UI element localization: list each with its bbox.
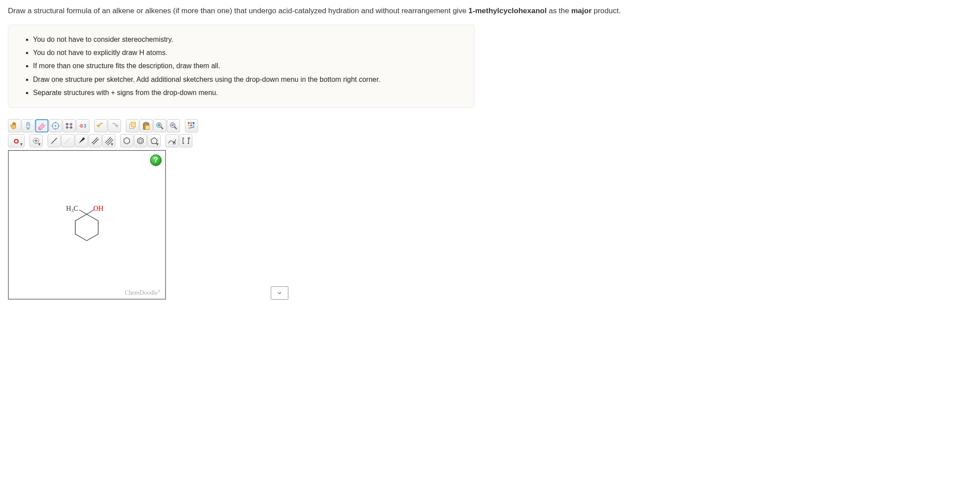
- add-sketcher-dropdown[interactable]: [271, 286, 288, 300]
- svg-rect-18: [190, 122, 192, 124]
- svg-marker-24: [124, 138, 130, 144]
- help-button[interactable]: ?: [150, 154, 162, 166]
- triple-bond-button[interactable]: ▼: [102, 134, 115, 147]
- svg-rect-20: [188, 125, 190, 127]
- atom-label-text: O: [14, 137, 19, 145]
- recessed-bond-button[interactable]: [61, 134, 74, 147]
- center-tool-button[interactable]: [49, 119, 62, 132]
- svg-text:±: ±: [188, 136, 190, 140]
- chevron-down-icon: ▼: [19, 142, 23, 146]
- sketcher-editor: ·83 O▼ ▼ ▼ ▼ n: [8, 118, 298, 300]
- toolbar: ·83 O▼ ▼ ▼ ▼ n: [8, 118, 298, 148]
- svg-rect-14: [145, 126, 149, 130]
- undo-button[interactable]: [94, 119, 107, 132]
- clean-tool-button[interactable]: [63, 119, 76, 132]
- color-tool-button[interactable]: [185, 119, 198, 132]
- svg-text:n: n: [173, 140, 176, 146]
- question-text: Draw a structural formula of an alkene o…: [8, 5, 972, 17]
- chevron-down-icon: ▼: [37, 142, 41, 146]
- svg-rect-22: [193, 125, 195, 127]
- paste-button[interactable]: [140, 119, 153, 132]
- question-suffix: product.: [592, 7, 621, 15]
- sketcher-canvas[interactable]: ? H3C OH ChemDoodle®: [8, 150, 166, 300]
- molecule-drawing[interactable]: H3C OH: [57, 204, 119, 254]
- flip-tool-button[interactable]: ·83: [76, 119, 89, 132]
- svg-rect-21: [190, 125, 192, 127]
- chevron-down-icon: ▼: [110, 142, 114, 146]
- atom-label-button[interactable]: O▼: [8, 134, 25, 147]
- svg-text:·8: ·8: [79, 123, 83, 128]
- svg-rect-11: [131, 122, 135, 127]
- cyclohexane-button[interactable]: [120, 134, 133, 147]
- svg-rect-17: [188, 122, 190, 124]
- clear-tool-button[interactable]: [22, 119, 35, 132]
- question-bold-2: major: [571, 7, 591, 15]
- instruction-item: If more than one structure fits the desc…: [33, 59, 462, 73]
- benzene-button[interactable]: [134, 134, 147, 147]
- instructions-panel: You do not have to consider stereochemis…: [8, 25, 475, 108]
- instruction-item: Separate structures with + signs from th…: [33, 86, 462, 99]
- help-icon: ?: [154, 156, 158, 164]
- svg-rect-1: [27, 123, 29, 126]
- methyl-label: H3C: [66, 205, 78, 213]
- double-bond-button[interactable]: [88, 134, 102, 147]
- charge-tool-button[interactable]: ▼: [29, 134, 43, 147]
- single-bond-button[interactable]: [48, 134, 61, 147]
- chemdoodle-branding: ChemDoodle®: [125, 289, 161, 297]
- chevron-down-icon: [276, 290, 283, 296]
- zoom-out-button[interactable]: [167, 119, 180, 132]
- instruction-item: You do not have to explicitly draw H ato…: [33, 46, 462, 59]
- svg-point-26: [139, 139, 142, 143]
- chevron-down-icon: ▼: [155, 142, 159, 146]
- svg-rect-13: [144, 122, 147, 124]
- wedge-bond-button[interactable]: [75, 134, 88, 147]
- svg-rect-19: [193, 122, 195, 124]
- zoom-in-button[interactable]: [153, 119, 166, 132]
- move-tool-button[interactable]: [8, 119, 21, 132]
- svg-marker-25: [138, 138, 144, 144]
- chain-tool-button[interactable]: n: [166, 134, 179, 147]
- svg-point-3: [55, 125, 56, 127]
- ring-button[interactable]: ▼: [147, 134, 161, 147]
- bracket-tool-button[interactable]: ±: [179, 134, 192, 147]
- redo-button[interactable]: [108, 119, 121, 132]
- copy-button[interactable]: [126, 119, 139, 132]
- question-prefix: Draw a structural formula of an alkene o…: [8, 7, 468, 15]
- instruction-item: Draw one structure per sketcher. Add add…: [33, 73, 462, 86]
- svg-text:3: 3: [84, 123, 86, 128]
- erase-tool-button[interactable]: [35, 119, 48, 132]
- instruction-item: You do not have to consider stereochemis…: [33, 33, 462, 46]
- question-bold-1: 1-methylcyclohexanol: [468, 7, 547, 15]
- hydroxyl-label: OH: [93, 205, 104, 212]
- question-mid: as the: [547, 7, 571, 15]
